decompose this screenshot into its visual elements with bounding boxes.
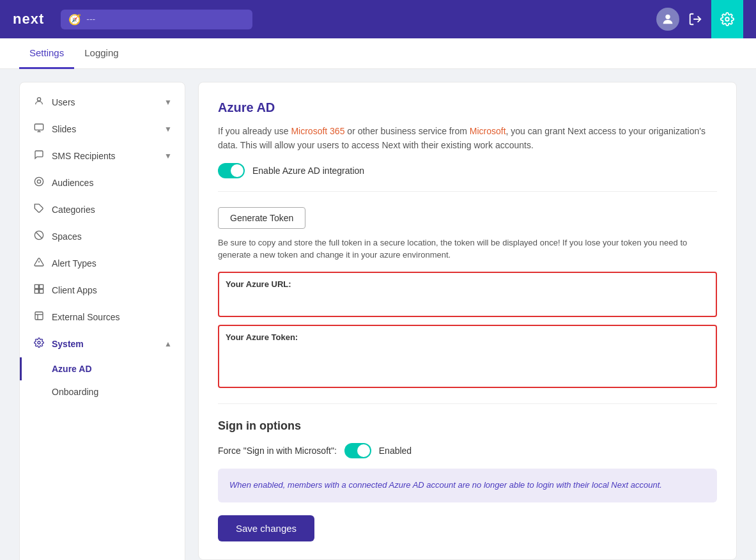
sidebar-label-client-apps: Client Apps (52, 285, 97, 295)
save-changes-button[interactable]: Save changes (218, 515, 314, 541)
audiences-icon (33, 176, 45, 189)
spaces-icon (33, 230, 45, 243)
azure-token-label: Your Azure Token: (219, 327, 716, 347)
top-nav: Settings Logging (0, 38, 756, 69)
azure-url-input[interactable] (219, 294, 716, 315)
sidebar-item-audiences[interactable]: Audiences (20, 169, 185, 196)
sidebar-label-users: Users (52, 97, 75, 107)
chevron-down-icon: ▼ (164, 98, 172, 107)
sidebar-label-spaces: Spaces (52, 231, 82, 242)
external-sources-icon (33, 311, 45, 323)
svg-point-3 (37, 98, 40, 101)
sidebar-label-alert-types: Alert Types (52, 258, 96, 268)
sidebar-label-system: System (52, 339, 84, 349)
svg-point-0 (665, 15, 670, 19)
azure-ad-card: Azure AD If you already use Microsoft 36… (198, 82, 737, 560)
sidebar-item-sms-recipients[interactable]: SMS Recipients ▼ (20, 143, 185, 169)
svg-rect-14 (35, 284, 38, 288)
slides-icon (33, 123, 45, 136)
search-bar[interactable]: 🧭 --- (61, 10, 252, 29)
azure-url-field: Your Azure URL: (218, 272, 717, 317)
sidebar: Users ▼ Slides ▼ SMS Recipients ▼ Audien… (19, 82, 185, 560)
sidebar-item-categories[interactable]: Categories (20, 196, 185, 223)
tab-settings[interactable]: Settings (19, 38, 74, 69)
tag-icon (33, 203, 45, 216)
sidebar-label-categories: Categories (52, 205, 95, 215)
token-note: Be sure to copy and store the full token… (218, 237, 717, 261)
settings-icon-btn[interactable] (711, 0, 743, 38)
logout-button[interactable] (679, 0, 711, 38)
sidebar-label-external-sources: External Sources (52, 312, 120, 322)
sign-in-options-section: Sign in options Force "Sign in with Micr… (218, 404, 717, 541)
chevron-down-icon: ▼ (164, 125, 172, 134)
svg-point-8 (37, 180, 40, 183)
azure-ad-title: Azure AD (218, 100, 717, 115)
sidebar-item-spaces[interactable]: Spaces (20, 223, 185, 250)
sidebar-sub-label-azure-ad: Azure AD (52, 364, 92, 374)
sidebar-item-client-apps[interactable]: Client Apps (20, 277, 185, 304)
user-icon (33, 96, 45, 109)
svg-point-2 (725, 17, 729, 21)
svg-line-11 (36, 232, 42, 238)
generate-token-button[interactable]: Generate Token (218, 207, 305, 229)
toggle-knob (357, 444, 370, 457)
tab-logging[interactable]: Logging (74, 38, 128, 69)
sidebar-item-alert-types[interactable]: Alert Types (20, 250, 185, 277)
logo: next (13, 11, 44, 27)
header: next 🧭 --- (0, 0, 756, 38)
azure-ad-description: If you already use Microsoft 365 or othe… (218, 124, 717, 153)
content-area: Azure AD If you already use Microsoft 36… (198, 82, 737, 560)
svg-rect-4 (35, 124, 43, 130)
svg-rect-18 (35, 312, 43, 320)
avatar[interactable] (656, 8, 679, 31)
sidebar-item-slides[interactable]: Slides ▼ (20, 116, 185, 143)
azure-token-input[interactable] (219, 347, 716, 385)
client-apps-icon (33, 284, 45, 297)
sidebar-item-external-sources[interactable]: External Sources (20, 304, 185, 331)
sidebar-item-users[interactable]: Users ▼ (20, 89, 185, 116)
sidebar-sub-item-onboarding[interactable]: Onboarding (20, 380, 185, 403)
sms-icon (33, 150, 45, 162)
sidebar-sub-label-onboarding: Onboarding (52, 387, 98, 397)
compass-icon: 🧭 (68, 13, 81, 26)
azure-url-label: Your Azure URL: (219, 274, 716, 294)
enabled-text: Enabled (379, 446, 412, 456)
alert-icon (33, 257, 45, 270)
token-section: Generate Token Be sure to copy and store… (218, 192, 717, 404)
svg-rect-16 (35, 290, 38, 293)
chevron-down-icon: ▼ (164, 152, 172, 160)
chevron-up-icon: ▲ (164, 339, 172, 348)
svg-rect-15 (40, 284, 43, 288)
sign-in-info-box: When enabled, members with a connected A… (218, 469, 717, 502)
sidebar-sub-item-azure-ad[interactable]: Azure AD (20, 357, 185, 380)
sidebar-label-audiences: Audiences (52, 178, 93, 188)
force-sign-in-toggle[interactable] (344, 443, 371, 458)
sidebar-label-slides: Slides (52, 124, 76, 134)
header-icons (656, 0, 743, 38)
search-placeholder: --- (86, 14, 95, 24)
svg-point-7 (35, 177, 43, 185)
force-sign-in-label: Force "Sign in with Microsoft": (218, 446, 337, 456)
info-text: When enabled, members with a connected A… (229, 480, 662, 490)
toggle-knob (231, 164, 243, 177)
force-sign-in-row: Force "Sign in with Microsoft": Enabled (218, 443, 717, 458)
azure-token-field: Your Azure Token: (218, 325, 717, 388)
sign-in-options-title: Sign in options (218, 419, 717, 433)
svg-point-21 (38, 341, 40, 344)
enable-azure-toggle-row: Enable Azure AD integration (218, 163, 717, 178)
sidebar-label-sms: SMS Recipients (52, 151, 116, 161)
enable-azure-label: Enable Azure AD integration (252, 166, 364, 176)
enable-azure-toggle[interactable] (218, 163, 245, 178)
svg-rect-17 (40, 290, 43, 293)
system-icon (33, 338, 45, 350)
main-container: Users ▼ Slides ▼ SMS Recipients ▼ Audien… (0, 69, 756, 560)
sidebar-item-system[interactable]: System ▲ (20, 331, 185, 357)
